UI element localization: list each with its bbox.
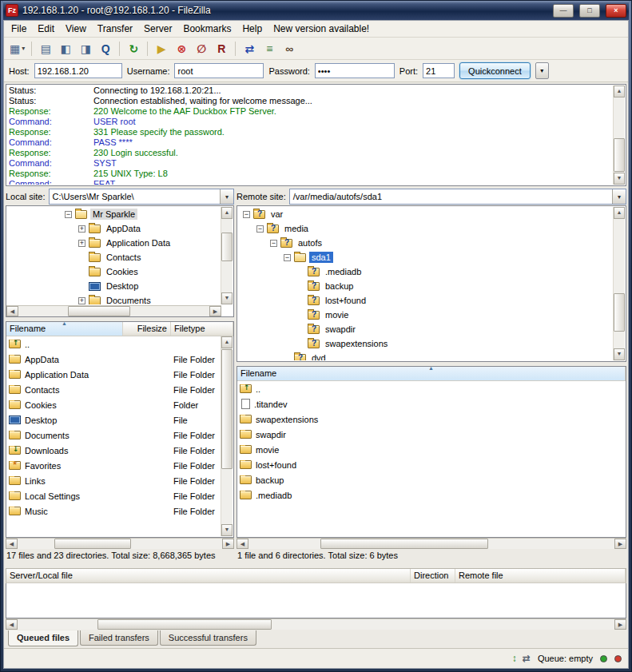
scroll-right-icon[interactable]: ▶: [222, 539, 234, 549]
scroll-up-icon[interactable]: ▲: [221, 336, 233, 348]
column-header-filetype[interactable]: Filetype: [171, 322, 233, 336]
process-queue-button[interactable]: ▶: [152, 40, 171, 58]
file-row-favorites[interactable]: FavoritesFile Folder: [6, 458, 221, 473]
refresh-button[interactable]: ↻: [124, 40, 143, 58]
menu-item-view[interactable]: View: [60, 22, 92, 36]
collapse-icon[interactable]: −: [65, 211, 72, 218]
file-row-music[interactable]: MusicFile Folder: [6, 503, 221, 519]
menu-item-help[interactable]: Help: [237, 22, 268, 36]
directory-comparison-button[interactable]: ⇄: [240, 40, 259, 58]
scroll-down-icon[interactable]: ▼: [221, 292, 233, 304]
file-row-application-data[interactable]: Application DataFile Folder: [6, 367, 221, 382]
scroll-left-icon[interactable]: ◀: [237, 539, 248, 549]
file-row-[interactable]: ..: [237, 381, 626, 396]
column-header-direction[interactable]: Direction: [411, 569, 455, 583]
tab-successful-transfers[interactable]: Successful transfers: [160, 630, 256, 646]
title-bar[interactable]: Fz 192.168.1.20 - root@192.168.1.20 - Fi…: [3, 1, 629, 20]
file-row-backup[interactable]: backup: [237, 472, 626, 487]
menu-item-server[interactable]: Server: [138, 22, 177, 36]
file-row-movie[interactable]: movie: [237, 442, 626, 457]
menu-item-transfer[interactable]: Transfer: [92, 22, 138, 36]
scroll-down-icon[interactable]: ▼: [221, 524, 233, 536]
tree-node-desktop[interactable]: Desktop: [7, 279, 220, 293]
scroll-thumb[interactable]: [54, 539, 131, 549]
directory-comparison-status-icon[interactable]: ⇄: [523, 653, 531, 664]
tree-node-movie[interactable]: movie: [238, 308, 612, 322]
toggle-message-log-button[interactable]: ▤: [36, 40, 55, 58]
scroll-thumb[interactable]: [221, 233, 233, 261]
tree-node-application-data[interactable]: +Application Data: [7, 236, 220, 250]
tree-node-mr-sparkle[interactable]: −Mr Sparkle: [7, 207, 220, 221]
tree-node-cookies[interactable]: Cookies: [7, 264, 220, 279]
tab-queued-files[interactable]: Queued files: [8, 630, 78, 646]
close-button[interactable]: ×: [606, 4, 626, 18]
speed-limits-icon[interactable]: ↕: [512, 653, 517, 664]
scroll-thumb[interactable]: [221, 349, 233, 469]
username-input[interactable]: [174, 63, 264, 78]
file-row-titandev[interactable]: .titandev: [237, 396, 626, 412]
remote-tree-vscroll[interactable]: ▲ ▼: [613, 207, 625, 360]
local-list-hscroll[interactable]: ◀ ▶: [6, 538, 234, 549]
port-input[interactable]: [423, 63, 455, 78]
tree-node-media[interactable]: −media: [238, 221, 612, 236]
toggle-local-tree-button[interactable]: ◧: [56, 40, 75, 58]
message-log-vscroll[interactable]: ▲ ▼: [613, 85, 625, 185]
file-row-documents[interactable]: DocumentsFile Folder: [6, 427, 221, 443]
disconnect-button[interactable]: ∅: [192, 40, 211, 58]
scroll-thumb[interactable]: [614, 293, 625, 332]
expand-icon[interactable]: +: [78, 240, 85, 247]
scroll-thumb[interactable]: [97, 619, 272, 630]
tab-failed-transfers[interactable]: Failed transfers: [80, 630, 158, 646]
local-list-vscroll[interactable]: ▲ ▼: [221, 336, 233, 536]
tree-node-swapdir[interactable]: swapdir: [238, 322, 612, 336]
tree-node-autofs[interactable]: −autofs: [238, 236, 612, 250]
file-row-downloads[interactable]: DownloadsFile Folder: [6, 443, 221, 458]
file-row-local-settings[interactable]: Local SettingsFile Folder: [6, 488, 221, 503]
scroll-up-icon[interactable]: ▲: [221, 207, 233, 219]
column-header-remote-file[interactable]: Remote file: [455, 569, 626, 583]
scroll-right-icon[interactable]: ▶: [614, 539, 626, 549]
remote-list-hscroll[interactable]: ◀ ▶: [237, 538, 626, 549]
tree-node-var[interactable]: −var: [238, 207, 612, 221]
column-header-server-local-file[interactable]: Server/Local file: [6, 569, 411, 583]
scroll-up-icon[interactable]: ▲: [614, 85, 625, 97]
tree-node-appdata[interactable]: +AppData: [7, 221, 220, 236]
scroll-left-icon[interactable]: ◀: [6, 539, 18, 549]
scroll-right-icon[interactable]: ▶: [209, 306, 221, 316]
scroll-left-icon[interactable]: ◀: [6, 306, 18, 316]
minimize-button[interactable]: —: [553, 4, 574, 18]
file-row-links[interactable]: LinksFile Folder: [6, 473, 221, 488]
tree-node-backup[interactable]: backup: [238, 279, 612, 293]
file-row-mediadb[interactable]: .mediadb: [237, 487, 626, 503]
site-manager-button[interactable]: ▦▾: [7, 40, 27, 58]
tree-node-lost-found[interactable]: lost+found: [238, 293, 612, 308]
collapse-icon[interactable]: −: [256, 225, 264, 233]
file-row-appdata[interactable]: AppDataFile Folder: [6, 352, 221, 367]
column-header-filename[interactable]: ▲Filename: [6, 322, 123, 336]
collapse-icon[interactable]: −: [284, 254, 291, 261]
tree-node-documents[interactable]: +Documents: [7, 293, 220, 304]
local-site-combo[interactable]: C:\Users\Mr Sparkle\ ▾: [49, 189, 234, 205]
toggle-remote-tree-button[interactable]: ◨: [76, 40, 95, 58]
scroll-up-icon[interactable]: ▲: [614, 207, 625, 219]
maximize-button[interactable]: □: [579, 4, 600, 18]
quickconnect-dropdown-button[interactable]: ▾: [535, 62, 549, 79]
toggle-queue-button[interactable]: Q: [96, 40, 115, 58]
host-input[interactable]: [34, 63, 122, 78]
tree-node-swapextensions[interactable]: swapextensions: [238, 336, 612, 351]
column-header-filename[interactable]: ▲Filename: [237, 367, 626, 380]
menu-item-file[interactable]: File: [6, 22, 32, 36]
file-row-swapextensions[interactable]: swapextensions: [237, 412, 626, 427]
collapse-icon[interactable]: −: [270, 240, 277, 247]
file-row-cookies[interactable]: CookiesFolder: [6, 397, 221, 412]
menu-item-new-version-available[interactable]: New version available!: [268, 22, 375, 36]
reconnect-button[interactable]: R: [212, 40, 231, 58]
file-row-swapdir[interactable]: swapdir: [237, 427, 626, 442]
local-tree-hscroll[interactable]: ◀ ▶: [6, 305, 221, 316]
column-header-filesize[interactable]: Filesize: [123, 322, 171, 336]
expand-icon[interactable]: +: [78, 297, 85, 304]
file-row-contacts[interactable]: ContactsFile Folder: [6, 382, 221, 397]
expand-icon[interactable]: +: [78, 225, 85, 233]
remote-site-combo[interactable]: /var/media/autofs/sda1 ▾: [289, 189, 626, 205]
file-row-[interactable]: ..: [6, 336, 221, 352]
